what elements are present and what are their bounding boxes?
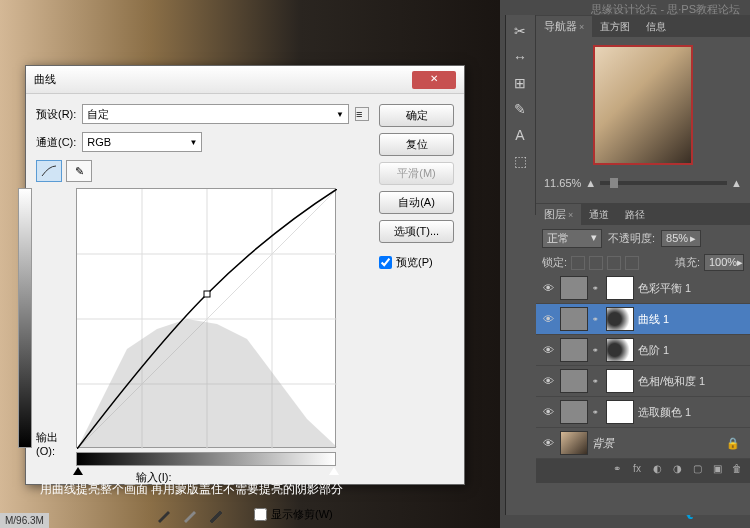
lock-position-icon[interactable] xyxy=(607,256,621,270)
zoom-value[interactable]: 11.65% xyxy=(544,177,581,189)
layer-item[interactable]: 👁 ⚭ 色阶 1 xyxy=(536,335,750,366)
new-layer-icon[interactable]: ▣ xyxy=(708,463,726,479)
preset-menu-icon[interactable]: ≡ xyxy=(355,107,369,121)
tab-histogram[interactable]: 直方图 xyxy=(592,17,638,37)
layer-thumb[interactable] xyxy=(560,276,588,300)
lock-icon: 🔒 xyxy=(726,437,740,450)
preview-label: 预览(P) xyxy=(396,255,433,270)
black-eyedropper[interactable] xyxy=(156,505,174,523)
preset-select[interactable]: 自定▼ xyxy=(82,104,349,124)
layer-name[interactable]: 背景 xyxy=(592,436,614,451)
layer-name[interactable]: 色阶 1 xyxy=(638,343,669,358)
black-point-handle[interactable] xyxy=(73,467,83,475)
layer-mask[interactable] xyxy=(606,400,634,424)
tab-layers[interactable]: 图层× xyxy=(536,204,581,225)
navigator-preview[interactable] xyxy=(593,45,693,165)
channel-select[interactable]: RGB▼ xyxy=(82,132,202,152)
layers-panel: 图层× 通道 路径 正常▾ 不透明度: 85%▸ 锁定: 填充: 100%▸ 👁… xyxy=(536,203,750,483)
tab-navigator[interactable]: 导航器× xyxy=(536,16,592,37)
tool-5[interactable]: A xyxy=(508,123,532,147)
curve-point-tool[interactable] xyxy=(36,160,62,182)
lock-pixels-icon[interactable] xyxy=(589,256,603,270)
visibility-icon[interactable]: 👁 xyxy=(540,374,556,388)
layer-name[interactable]: 色相/饱和度 1 xyxy=(638,374,705,389)
curve-point[interactable] xyxy=(204,291,210,297)
auto-button[interactable]: 自动(A) xyxy=(379,191,454,214)
tool-strip: ✂ ↔ ⊞ ✎ A ⬚ xyxy=(506,15,536,215)
chevron-down-icon: ▼ xyxy=(189,138,197,147)
layer-mask[interactable] xyxy=(606,369,634,393)
tool-6[interactable]: ⬚ xyxy=(508,149,532,173)
visibility-icon[interactable]: 👁 xyxy=(540,312,556,326)
tutorial-subtitle: 用曲线提亮整个画面 再用蒙版盖住不需要提亮的阴影部分 xyxy=(40,481,343,498)
layer-name[interactable]: 色彩平衡 1 xyxy=(638,281,691,296)
lock-trans-icon[interactable] xyxy=(571,256,585,270)
group-icon[interactable]: ▢ xyxy=(688,463,706,479)
layer-item[interactable]: 👁 ⚭ 色彩平衡 1 xyxy=(536,273,750,304)
visibility-icon[interactable]: 👁 xyxy=(540,281,556,295)
visibility-icon[interactable]: 👁 xyxy=(540,436,556,450)
opacity-input[interactable]: 85%▸ xyxy=(661,230,701,247)
tool-1[interactable]: ✂ xyxy=(508,19,532,43)
show-clipping-checkbox[interactable] xyxy=(254,508,267,521)
preset-label: 预设(R): xyxy=(36,107,76,122)
curve-graph[interactable] xyxy=(76,188,336,448)
tool-3[interactable]: ⊞ xyxy=(508,71,532,95)
blend-mode-select[interactable]: 正常▾ xyxy=(542,229,602,248)
layer-item[interactable]: 👁 背景 🔒 xyxy=(536,428,750,459)
chevron-down-icon: ▼ xyxy=(336,110,344,119)
visibility-icon[interactable]: 👁 xyxy=(540,343,556,357)
tool-4[interactable]: ✎ xyxy=(508,97,532,121)
zoom-slider[interactable] xyxy=(600,181,727,185)
layer-thumb[interactable] xyxy=(560,338,588,362)
opacity-label: 不透明度: xyxy=(608,231,655,246)
panels-area: ✂ ↔ ⊞ ✎ A ⬚ 导航器× 直方图 信息 11.65% ▲ ▲ 图层× 通… xyxy=(505,15,750,515)
layer-mask[interactable] xyxy=(606,307,634,331)
reset-button[interactable]: 复位 xyxy=(379,133,454,156)
channel-label: 通道(C): xyxy=(36,135,76,150)
link-layers-icon[interactable]: ⚭ xyxy=(608,463,626,479)
curves-dialog: 曲线 ✕ 预设(R): 自定▼ ≡ 通道(C): RGB▼ ✎ xyxy=(25,65,465,485)
layer-item[interactable]: 👁 ⚭ 曲线 1 xyxy=(536,304,750,335)
mask-icon[interactable]: ◐ xyxy=(648,463,666,479)
zoom-in-icon[interactable]: ▲ xyxy=(731,177,742,189)
adjustment-icon[interactable]: ◑ xyxy=(668,463,686,479)
layer-thumb[interactable] xyxy=(560,369,588,393)
close-button[interactable]: ✕ xyxy=(412,71,456,89)
dialog-titlebar[interactable]: 曲线 ✕ xyxy=(26,66,464,94)
tab-paths[interactable]: 路径 xyxy=(617,205,653,225)
tab-channels[interactable]: 通道 xyxy=(581,205,617,225)
ok-button[interactable]: 确定 xyxy=(379,104,454,127)
tool-2[interactable]: ↔ xyxy=(508,45,532,69)
lock-all-icon[interactable] xyxy=(625,256,639,270)
tab-info[interactable]: 信息 xyxy=(638,17,674,37)
fill-label: 填充: xyxy=(675,255,700,270)
layer-item[interactable]: 👁 ⚭ 选取颜色 1 xyxy=(536,397,750,428)
layer-name[interactable]: 选取颜色 1 xyxy=(638,405,691,420)
preview-checkbox[interactable] xyxy=(379,256,392,269)
trash-icon[interactable]: 🗑 xyxy=(728,463,746,479)
fill-input[interactable]: 100%▸ xyxy=(704,254,744,271)
options-button[interactable]: 选项(T)... xyxy=(379,220,454,243)
input-gradient xyxy=(76,452,336,466)
layer-item[interactable]: 👁 ⚭ 色相/饱和度 1 xyxy=(536,366,750,397)
layer-thumb[interactable] xyxy=(560,431,588,455)
white-point-handle[interactable] xyxy=(329,467,339,475)
white-eyedropper[interactable] xyxy=(208,505,226,523)
lock-label: 锁定: xyxy=(542,255,567,270)
output-gradient xyxy=(18,188,32,448)
zoom-out-icon[interactable]: ▲ xyxy=(585,177,596,189)
curve-path[interactable] xyxy=(77,189,337,449)
fx-icon[interactable]: fx xyxy=(628,463,646,479)
layer-footer: ⚭ fx ◐ ◑ ▢ ▣ 🗑 xyxy=(536,459,750,483)
visibility-icon[interactable]: 👁 xyxy=(540,405,556,419)
status-bar: M/96.3M xyxy=(0,513,49,528)
layer-mask[interactable] xyxy=(606,276,634,300)
layer-thumb[interactable] xyxy=(560,400,588,424)
dialog-title-text: 曲线 xyxy=(34,72,56,87)
layer-thumb[interactable] xyxy=(560,307,588,331)
layer-mask[interactable] xyxy=(606,338,634,362)
layer-name[interactable]: 曲线 1 xyxy=(638,312,669,327)
curve-pencil-tool[interactable]: ✎ xyxy=(66,160,92,182)
gray-eyedropper[interactable] xyxy=(182,505,200,523)
